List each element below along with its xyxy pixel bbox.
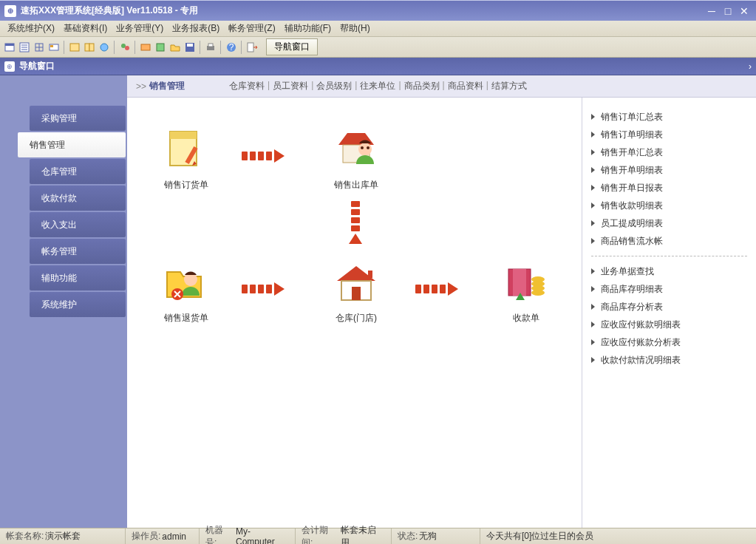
tool-icon-6[interactable] [83,41,96,54]
crumb-link-staff[interactable]: 员工资料 [273,80,308,92]
menu-biz-manage[interactable]: 业务管理(Y) [112,21,168,36]
node-sales-out[interactable]: 销售出库单 [319,127,393,191]
node-warehouse-store[interactable]: 仓库(门店) [319,260,393,324]
node-sales-order[interactable]: 销售订货单 [149,127,223,191]
rp-label: 销售开单日报表 [601,182,663,194]
crumb-link-partner[interactable]: 往来单位 [360,80,395,92]
node-label: 仓库(门店) [319,312,393,324]
close-button[interactable]: ✕ [737,4,752,18]
menu-system-maint[interactable]: 系统维护(X) [3,21,59,36]
sidebar-item-payment[interactable]: 收款付款 [30,186,126,211]
menu-aux-func[interactable]: 辅助功能(F) [280,21,336,36]
content-area: >> 销售管理 仓库资料| 员工资料| 会员级别| 往来单位| 商品类别| 商品… [127,75,756,528]
tool-icon-2[interactable] [18,41,31,54]
rp-link[interactable]: 销售收款明细表 [591,197,747,214]
menu-account-manage[interactable]: 帐务管理(Z) [224,21,279,36]
node-collect-receipt[interactable]: 收款单 [489,260,563,324]
title-bar: ⊕ 速拓XXX管理系统[经典版] Ver11.0518 - 专用 ─ □ ✕ [0,0,756,21]
sidebar-item-label: 收款付款 [41,192,77,205]
rp-link[interactable]: 商品销售流水帐 [591,232,747,250]
svg-point-14 [125,46,129,50]
tool-folder-icon[interactable] [168,41,182,54]
breadcrumb-bar: >> 销售管理 仓库资料| 员工资料| 会员级别| 往来单位| 商品类别| 商品… [127,75,756,98]
rp-link[interactable]: 收款付款情况明细表 [591,351,747,369]
menu-biz-report[interactable]: 业务报表(B) [168,21,224,36]
rp-label: 销售收款明细表 [601,200,663,212]
status-value: My-Computer [236,526,289,545]
sidebar-item-purchase[interactable]: 采购管理 [30,106,126,131]
rp-label: 商品销售流水帐 [601,235,663,248]
tool-icon-1[interactable] [3,41,16,54]
triangle-icon [591,322,595,327]
arrow-icon [415,282,458,296]
sidebar-item-label: 系统维护 [41,299,77,311]
sidebar-item-account[interactable]: 帐务管理 [30,239,126,264]
tool-icon-4[interactable] [47,41,61,54]
svg-point-42 [531,290,545,296]
tool-print-icon[interactable] [204,41,217,54]
triangle-icon [591,339,595,345]
rp-link[interactable]: 销售订单明细表 [591,126,747,143]
tool-card-icon[interactable] [139,41,152,54]
crumb-link-product[interactable]: 商品资料 [448,80,483,92]
crumb-link-warehouse[interactable]: 仓库资料 [229,80,265,92]
workspace: 采购管理 销售管理 仓库管理 收款付款 收入支出 帐务管理 辅助功能 系统维护 … [0,75,756,528]
rp-link[interactable]: 业务单据查找 [591,262,747,280]
rp-link[interactable]: 商品库存明细表 [591,280,747,298]
node-label: 销售出库单 [319,179,393,191]
svg-rect-16 [157,44,164,51]
svg-rect-9 [70,44,79,51]
app-icon: ⊕ [4,5,16,17]
status-value: 演示帐套 [45,530,81,543]
breadcrumb-links: 仓库资料| 员工资料| 会员级别| 往来单位| 商品类别| 商品资料| 结算方式 [229,80,527,92]
panel-forward-icon[interactable]: › [749,61,752,72]
rp-label: 销售订单汇总表 [601,111,663,123]
crumb-link-settle[interactable]: 结算方式 [491,80,527,92]
status-birthday: 今天共有[0]位过生日的会员 [480,528,756,544]
crumb-link-category[interactable]: 商品类别 [404,80,440,92]
folder-person-cancel-icon [163,260,210,307]
triangle-icon [591,114,595,120]
menu-base-data[interactable]: 基础资料(I) [59,21,112,36]
svg-rect-25 [170,132,197,139]
status-operator: 操作员: admin [126,528,200,544]
sidebar-item-label: 辅助功能 [41,272,77,285]
node-sales-return[interactable]: 销售退货单 [149,260,223,324]
tool-money-icon[interactable] [154,41,167,54]
sidebar-item-income[interactable]: 收入支出 [30,212,126,237]
tool-icon-5[interactable] [68,41,81,54]
tool-icon-3[interactable] [33,41,46,54]
minimize-button[interactable]: ─ [704,4,719,18]
tool-save-icon[interactable] [183,41,197,54]
status-value: admin [162,531,186,542]
svg-rect-10 [85,44,89,51]
maximize-button[interactable]: □ [721,4,735,18]
rp-link[interactable]: 员工提成明细表 [591,214,747,232]
tool-icon-7[interactable] [98,41,111,54]
rp-label: 应收应付账款分析表 [601,336,681,349]
nav-window-button[interactable]: 导航窗口 [266,38,318,55]
arrow-up-icon [349,201,362,244]
svg-point-30 [361,146,364,149]
tool-exit-icon[interactable] [245,41,259,54]
rp-link[interactable]: 应收应付账款明细表 [591,316,747,333]
tool-help-icon[interactable]: ? [225,41,238,54]
sidebar-item-warehouse[interactable]: 仓库管理 [30,159,126,184]
svg-point-13 [121,44,126,48]
rp-link[interactable]: 销售开单日报表 [591,179,747,197]
svg-rect-15 [141,44,150,50]
sidebar-item-sales[interactable]: 销售管理 [18,132,126,157]
sidebar-item-aux[interactable]: 辅助功能 [30,265,126,290]
rp-link[interactable]: 销售开单明细表 [591,161,747,179]
menu-help[interactable]: 帮助(H) [336,21,375,36]
svg-rect-35 [352,287,361,300]
rp-link[interactable]: 商品库存分析表 [591,298,747,316]
svg-rect-23 [248,43,253,52]
sidebar-item-sysmaint[interactable]: 系统维护 [30,292,126,317]
rp-link[interactable]: 应收应付账款分析表 [591,333,747,351]
rp-link[interactable]: 销售订单汇总表 [591,108,747,126]
rp-link[interactable]: 销售开单汇总表 [591,143,747,161]
crumb-link-member[interactable]: 会员级别 [316,80,352,92]
divider [591,256,747,256]
tool-user-icon[interactable] [118,41,132,54]
